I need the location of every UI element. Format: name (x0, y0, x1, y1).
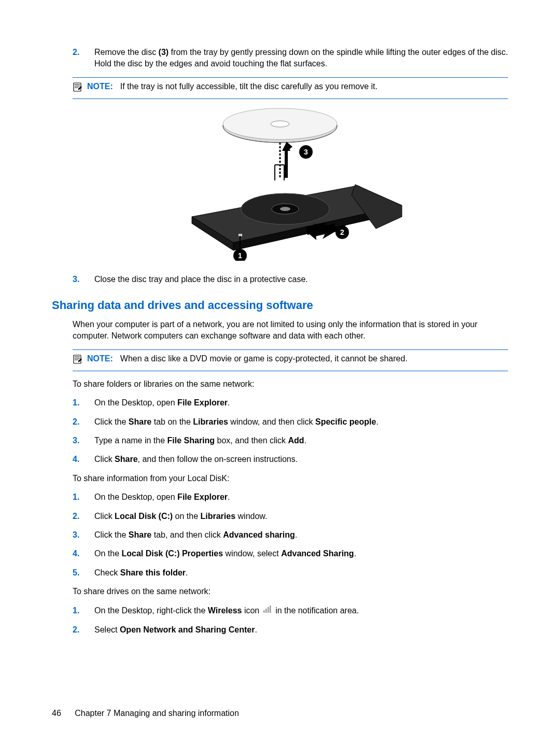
svg-rect-27 (74, 355, 81, 363)
list-item: 3.Type a name in the File Sharing box, a… (73, 435, 508, 446)
note-label-1: NOTE: (87, 81, 113, 92)
footer-chapter: Chapter 7 Managing and sharing informati… (75, 709, 239, 718)
list-number: 3. (73, 529, 94, 541)
note-box-2: NOTE: When a disc like a DVD movie or ga… (73, 349, 508, 371)
share-drives-steps: 1.On the Desktop, right-click the Wirele… (73, 605, 508, 636)
page-footer: 46 Chapter 7 Managing and sharing inform… (52, 708, 239, 719)
list-body: Check Share this folder. (94, 567, 508, 579)
list-item: 1.On the Desktop, right-click the Wirele… (73, 605, 508, 617)
list-number: 2. (73, 624, 94, 636)
list-number: 4. (73, 548, 94, 559)
list-body: Remove the disc (3) from the tray by gen… (94, 47, 508, 70)
svg-point-16 (280, 207, 290, 211)
list-number: 1. (73, 397, 94, 409)
svg-text:3: 3 (304, 148, 308, 156)
list-item: 2.Click the Share tab on the Libraries w… (73, 416, 508, 428)
list-item: 2.Click Local Disk (C:) on the Libraries… (73, 511, 508, 522)
note-text-1: If the tray is not fully accessible, til… (120, 81, 508, 92)
svg-rect-0 (74, 83, 81, 91)
list-number: 5. (73, 567, 94, 579)
list-item: 2.Select Open Network and Sharing Center… (73, 624, 508, 636)
list-item: 1.On the Desktop, open File Explorer. (73, 397, 508, 409)
disc-tray-figure: 3 (73, 105, 508, 264)
svg-point-4 (271, 121, 289, 127)
list-body: Close the disc tray and place the disc i… (94, 274, 508, 285)
list-body: Click Share, and then follow the on-scre… (94, 454, 508, 465)
list-number: 2. (73, 416, 94, 428)
list-item: 2.Remove the disc (3) from the tray by g… (73, 47, 508, 70)
list-body: On the Desktop, right-click the Wireless… (94, 605, 508, 617)
list-item: 1.On the Desktop, open File Explorer. (73, 491, 508, 503)
svg-rect-31 (270, 606, 271, 613)
list-body: Select Open Network and Sharing Center. (94, 624, 508, 636)
share-local-intro: To share information from your Local Dis… (73, 473, 508, 484)
list-number: 2. (73, 511, 94, 522)
note-label-2: NOTE: (87, 353, 113, 364)
share-folders-intro: To share folders or libraries on the sam… (73, 378, 508, 390)
wireless-icon (263, 605, 272, 616)
svg-rect-28 (263, 610, 265, 613)
list-number: 1. (73, 491, 94, 503)
note-text-2: When a disc like a DVD movie or game is … (120, 353, 508, 364)
note-icon (73, 82, 85, 95)
list-item: 5.Check Share this folder. (73, 567, 508, 579)
list-item: 4.Click Share, and then follow the on-sc… (73, 454, 508, 465)
share-local-steps: 1.On the Desktop, open File Explorer.2.C… (73, 491, 508, 579)
list-number: 3. (73, 435, 94, 446)
list-item: 4.On the Local Disk (C:) Properties wind… (73, 548, 508, 559)
step-list-after-fig: 3.Close the disc tray and place the disc… (73, 274, 508, 285)
share-folders-steps: 1.On the Desktop, open File Explorer.2.C… (73, 397, 508, 466)
list-body: On the Desktop, open File Explorer. (94, 397, 508, 409)
svg-text:1: 1 (238, 251, 242, 260)
list-body: Click Local Disk (C:) on the Libraries w… (94, 511, 508, 522)
list-item: 3.Click the Share tab, and then click Ad… (73, 529, 508, 541)
list-body: Click the Share tab on the Libraries win… (94, 416, 508, 428)
svg-rect-30 (268, 607, 269, 613)
step-list-top: 2.Remove the disc (3) from the tray by g… (73, 47, 508, 70)
note-box-1: NOTE: If the tray is not fully accessibl… (73, 77, 508, 99)
list-body: Click the Share tab, and then click Adva… (94, 529, 508, 541)
list-body: Type a name in the File Sharing box, and… (94, 435, 508, 446)
section-heading: Sharing data and drives and accessing so… (52, 298, 508, 314)
intro-paragraph: When your computer is part of a network,… (73, 319, 508, 342)
note-icon (73, 354, 85, 368)
list-number: 3. (73, 274, 94, 285)
list-body: On the Desktop, open File Explorer. (94, 491, 508, 503)
svg-text:2: 2 (340, 228, 344, 236)
list-item: 3.Close the disc tray and place the disc… (73, 274, 508, 285)
list-number: 4. (73, 454, 94, 465)
svg-rect-29 (265, 609, 267, 613)
share-drives-intro: To share drives on the same network: (73, 586, 508, 597)
footer-page-number: 46 (52, 709, 61, 718)
list-number: 2. (73, 47, 94, 70)
list-number: 1. (73, 605, 94, 617)
list-body: On the Local Disk (C:) Properties window… (94, 548, 508, 559)
